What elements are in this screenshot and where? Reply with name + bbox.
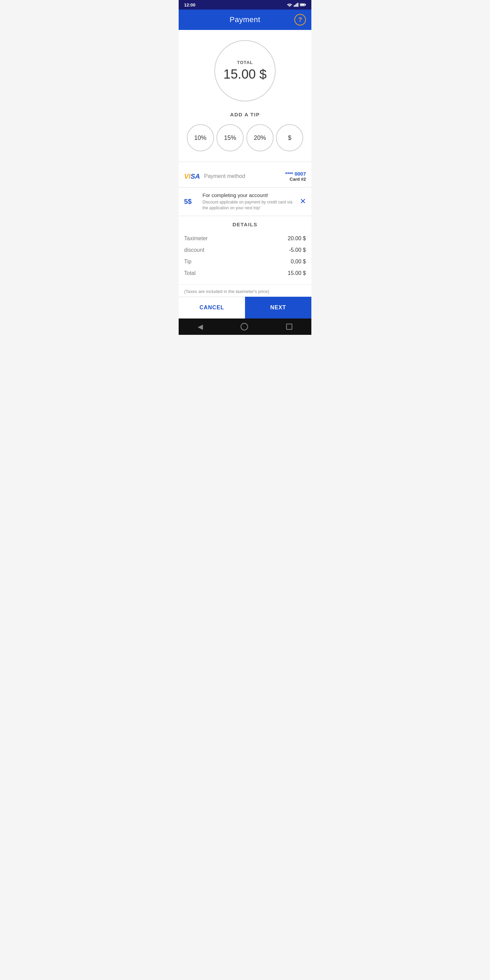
- status-time: 12:00: [184, 2, 195, 8]
- bottom-buttons: CANCEL NEXT: [179, 297, 311, 318]
- total-amount: 15.00 $: [224, 67, 267, 82]
- card-name: Card #2: [285, 177, 306, 182]
- promo-description: Discount applicable on payment by credit…: [202, 199, 295, 211]
- recents-icon[interactable]: [286, 324, 292, 330]
- detail-total-value: 15.00 $: [288, 270, 306, 276]
- status-bar: 12:00: [179, 0, 311, 10]
- detail-tip-value: 0,00 $: [291, 259, 306, 265]
- next-button[interactable]: NEXT: [245, 297, 311, 318]
- battery-icon: [300, 3, 306, 7]
- tip-20-button[interactable]: 20%: [247, 124, 274, 151]
- detail-taximeter-row: Taximeter 20.00 $: [184, 233, 306, 244]
- detail-taximeter-value: 20.00 $: [288, 235, 306, 242]
- tax-note: (Taxes are included in the taximeter's p…: [179, 285, 311, 297]
- detail-discount-label: discount: [184, 247, 205, 253]
- main-content: TOTAL 15.00 $ ADD A TIP 10% 15% 20% $ VI…: [179, 30, 311, 318]
- payment-method-row[interactable]: VISA Payment method **** 0007 Card #2: [179, 165, 311, 187]
- tip-section: ADD A TIP 10% 15% 20% $: [179, 108, 311, 158]
- card-number: **** 0007: [285, 171, 306, 177]
- svg-rect-4: [298, 3, 298, 7]
- app-header: Payment ?: [179, 10, 311, 30]
- promo-title: For completing your account!: [202, 192, 295, 198]
- cancel-button[interactable]: CANCEL: [179, 297, 245, 318]
- nav-bar: ◀: [179, 318, 311, 335]
- signal-icon: [294, 3, 298, 7]
- detail-total-label: Total: [184, 270, 196, 276]
- svg-rect-0: [294, 5, 294, 7]
- payment-method-label: Payment method: [204, 173, 281, 179]
- help-button[interactable]: ?: [294, 14, 306, 25]
- total-section: TOTAL 15.00 $: [179, 30, 311, 108]
- status-icons: [287, 3, 306, 7]
- page-title: Payment: [230, 15, 260, 24]
- visa-logo: VISA: [184, 172, 200, 180]
- svg-rect-3: [297, 3, 298, 6]
- divider-1: [179, 162, 311, 162]
- tip-15-button[interactable]: 15%: [216, 124, 243, 151]
- detail-taximeter-label: Taximeter: [184, 235, 208, 242]
- svg-rect-1: [295, 5, 295, 7]
- detail-tip-label: Tip: [184, 259, 192, 265]
- wifi-icon: [287, 3, 292, 7]
- tip-options: 10% 15% 20% $: [185, 124, 305, 151]
- svg-rect-2: [296, 4, 296, 7]
- svg-rect-6: [305, 4, 306, 5]
- total-circle: TOTAL 15.00 $: [215, 40, 275, 102]
- detail-total-row: Total 15.00 $: [184, 267, 306, 279]
- tip-10-button[interactable]: 10%: [187, 124, 214, 151]
- svg-rect-7: [300, 4, 305, 5]
- card-info: **** 0007 Card #2: [285, 171, 306, 182]
- details-title: DETAILS: [184, 221, 306, 227]
- tip-custom-button[interactable]: $: [276, 124, 303, 151]
- promo-text: For completing your account! Discount ap…: [202, 192, 295, 211]
- promo-amount: 5$: [184, 198, 198, 205]
- home-icon[interactable]: [240, 323, 248, 331]
- details-section: DETAILS Taximeter 20.00 $ discount -5.00…: [179, 216, 311, 285]
- total-label: TOTAL: [237, 60, 253, 65]
- promo-close-button[interactable]: ✕: [300, 197, 306, 206]
- detail-discount-value: -5.00 $: [289, 247, 306, 253]
- detail-tip-row: Tip 0,00 $: [184, 256, 306, 267]
- back-icon[interactable]: ◀: [198, 323, 203, 331]
- detail-discount-row: discount -5.00 $: [184, 244, 306, 256]
- promo-banner: 5$ For completing your account! Discount…: [179, 187, 311, 216]
- tip-title: ADD A TIP: [185, 111, 305, 118]
